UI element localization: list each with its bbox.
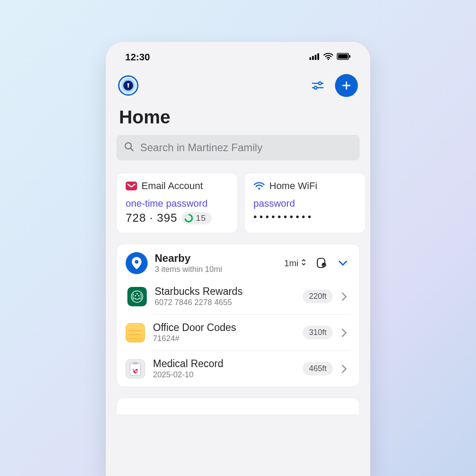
timer-ring-icon <box>184 214 193 223</box>
page-title: Home <box>106 100 370 135</box>
otp-value: 728 · 395 <box>126 211 177 225</box>
card-field-label: password <box>253 198 357 209</box>
card-title: Home WiFi <box>269 180 317 192</box>
phone-frame: 12:30 Home <box>106 42 370 476</box>
search-icon <box>124 142 134 153</box>
chevron-right-icon <box>338 363 350 375</box>
chevron-right-icon <box>338 290 350 303</box>
current-location-button[interactable] <box>314 256 329 271</box>
battery-icon <box>337 53 351 62</box>
chevron-right-icon <box>338 327 350 339</box>
distance-pill: 465ft <box>303 362 333 376</box>
search-input[interactable]: Search in Martinez Family <box>116 135 360 160</box>
svg-line-17 <box>131 149 133 151</box>
card-title: Email Account <box>141 180 203 192</box>
svg-point-13 <box>314 86 317 89</box>
nearby-item[interactable]: Starbucks Rewards 6072 7846 2278 4655 22… <box>126 279 350 314</box>
svg-point-29 <box>135 295 136 296</box>
nearby-item[interactable]: Office Door Codes 71624# 310ft <box>154 314 350 350</box>
svg-point-11 <box>319 82 321 85</box>
svg-rect-2 <box>315 55 316 60</box>
distance-value: 1mi <box>284 258 298 268</box>
item-subtitle: 71624# <box>153 334 303 343</box>
svg-point-27 <box>130 290 144 304</box>
status-time: 12:30 <box>125 52 150 63</box>
card-value: •••••••••• <box>253 211 357 223</box>
svg-point-4 <box>327 58 329 60</box>
svg-rect-9 <box>128 85 129 88</box>
status-bar: 12:30 <box>106 42 370 66</box>
svg-rect-3 <box>317 53 319 60</box>
svg-rect-32 <box>133 362 138 364</box>
item-title: Office Door Codes <box>153 322 303 334</box>
app-bar <box>106 66 370 100</box>
email-icon <box>126 180 137 192</box>
svg-rect-7 <box>349 55 350 58</box>
nearby-title: Nearby <box>155 252 284 264</box>
nearby-section: Nearby 3 items within 10mi 1mi Starbuck <box>116 244 360 387</box>
location-pin-icon <box>126 252 148 274</box>
svg-point-16 <box>125 143 131 149</box>
starbucks-icon <box>127 287 147 306</box>
nearby-subtitle: 3 items within 10mi <box>155 265 284 274</box>
item-subtitle: 2025-02-10 <box>153 370 303 379</box>
filter-settings-icon[interactable] <box>310 78 325 93</box>
item-title: Starbucks Rewards <box>155 286 303 298</box>
app-logo-icon[interactable] <box>118 75 138 96</box>
otp-timer-value: 15 <box>196 213 206 223</box>
svg-point-23 <box>135 260 138 264</box>
distance-pill: 220ft <box>303 290 333 303</box>
card-value: 728 · 395 15 <box>126 211 229 225</box>
notes-icon <box>126 323 145 342</box>
nearby-header: Nearby 3 items within 10mi 1mi <box>126 252 350 274</box>
item-title: Medical Record <box>153 358 303 370</box>
cellular-icon <box>309 53 320 62</box>
wifi-card-icon <box>253 180 265 192</box>
medical-record-icon <box>126 359 145 379</box>
svg-rect-18 <box>126 182 137 190</box>
card-field-label: one-time password <box>126 198 229 209</box>
wifi-icon <box>324 53 333 62</box>
svg-rect-1 <box>312 56 314 60</box>
credential-cards-row[interactable]: Email Account one-time password 728 · 39… <box>106 160 370 233</box>
svg-rect-0 <box>309 57 311 60</box>
search-placeholder: Search in Martinez Family <box>140 141 262 154</box>
svg-point-19 <box>258 188 260 190</box>
distance-pill: 310ft <box>303 326 333 339</box>
stepper-icon <box>301 258 306 268</box>
distance-selector[interactable]: 1mi <box>284 258 306 268</box>
collapse-button[interactable] <box>335 256 350 271</box>
nearby-item[interactable]: Medical Record 2025-02-10 465ft <box>154 350 350 387</box>
svg-rect-6 <box>338 54 348 59</box>
otp-timer-pill: 15 <box>182 212 211 224</box>
svg-point-30 <box>138 295 140 296</box>
credential-card-email[interactable]: Email Account one-time password 728 · 39… <box>116 173 238 233</box>
item-subtitle: 6072 7846 2278 4655 <box>155 298 303 307</box>
credential-card-wifi[interactable]: Home WiFi password •••••••••• <box>244 173 366 233</box>
add-button[interactable] <box>335 74 358 97</box>
next-section-peek[interactable] <box>116 398 360 415</box>
status-icons <box>309 53 351 62</box>
